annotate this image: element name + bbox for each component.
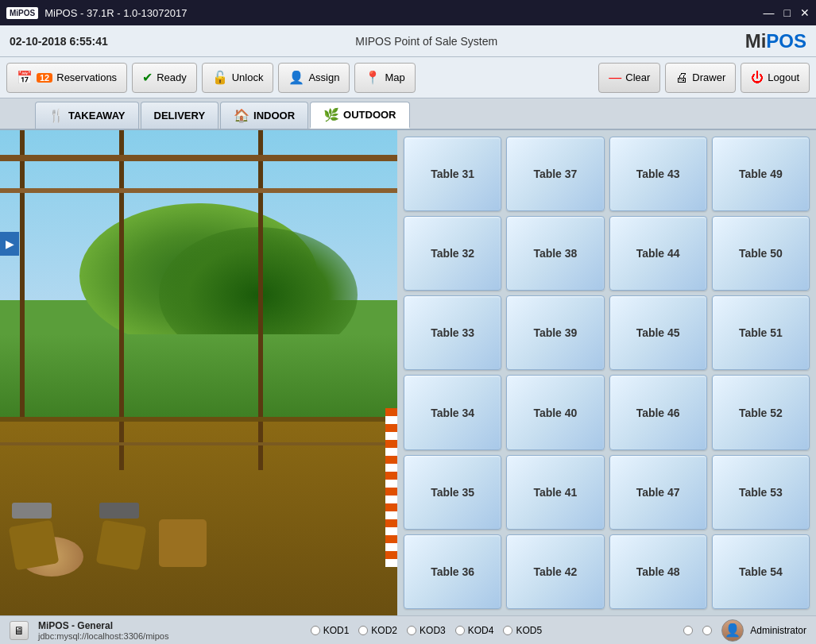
check-icon: ✔ bbox=[142, 70, 153, 85]
kod-radio-5[interactable] bbox=[503, 626, 512, 635]
ready-label: Ready bbox=[157, 71, 187, 83]
indoor-icon: 🏠 bbox=[234, 108, 249, 123]
table-button-53[interactable]: Table 48 bbox=[609, 534, 707, 609]
ready-button[interactable]: ✔ Ready bbox=[132, 63, 197, 93]
drawer-icon: 🖨 bbox=[675, 71, 688, 85]
kod-radio-4[interactable] bbox=[455, 626, 465, 635]
status-app-name: MiPOS - General bbox=[38, 620, 168, 631]
close-button[interactable]: ✕ bbox=[800, 7, 810, 18]
table-button-38[interactable]: Table 50 bbox=[712, 216, 810, 291]
table-button-51[interactable]: Table 36 bbox=[404, 534, 501, 609]
assign-label: Assign bbox=[308, 71, 339, 83]
unlock-button[interactable]: 🔓 Unlock bbox=[202, 63, 274, 93]
orange-stripe bbox=[385, 408, 397, 567]
user-section: 👤 Administrator bbox=[721, 619, 806, 642]
status-info: MiPOS - General jdbc:mysql://localhost:3… bbox=[38, 620, 168, 641]
clear-button[interactable]: — Clear bbox=[598, 63, 660, 93]
sidebar-toggle[interactable]: ▶ bbox=[0, 232, 19, 256]
kod-radio-2[interactable] bbox=[358, 626, 368, 635]
toolbar: 📅 12 Reservations ✔ Ready 🔓 Unlock 👤 Ass… bbox=[0, 57, 816, 98]
table-button-46[interactable]: Table 52 bbox=[712, 375, 810, 449]
user-name: Administrator bbox=[750, 625, 806, 636]
titlebar: MiPOS MiPOS - 37.1R - 1.0-13072017 — □ ✕ bbox=[0, 0, 816, 25]
system-title: MIPOS Point of Sale System bbox=[355, 35, 497, 48]
table-button-34[interactable]: Table 49 bbox=[712, 137, 810, 211]
tab-indoor[interactable]: 🏠 INDOOR bbox=[220, 102, 308, 129]
logout-icon: ⏻ bbox=[751, 71, 764, 85]
main-content: ▶ 🍴 TAKEAWAY DELIVERY 🏠 INDOOR 🌿 OUTDOOR bbox=[0, 98, 816, 615]
tab-takeaway-label: TAKEAWAY bbox=[68, 110, 126, 121]
table-button-31[interactable]: Table 31 bbox=[404, 137, 501, 211]
table-button-37[interactable]: Table 44 bbox=[609, 216, 707, 291]
maximize-button[interactable]: □ bbox=[784, 7, 791, 18]
table-button-43[interactable]: Table 34 bbox=[404, 375, 501, 449]
table-button-40[interactable]: Table 39 bbox=[506, 295, 604, 370]
table-button-39[interactable]: Table 33 bbox=[404, 295, 501, 370]
table-button-48[interactable]: Table 41 bbox=[506, 455, 604, 530]
table-button-47[interactable]: Table 35 bbox=[404, 455, 501, 530]
person-icon: 👤 bbox=[288, 70, 304, 85]
tables-grid: Table 31Table 37Table 43Table 49Table 32… bbox=[397, 130, 816, 615]
map-icon: 📍 bbox=[365, 70, 381, 85]
takeaway-icon: 🍴 bbox=[48, 108, 64, 123]
table-button-49[interactable]: Table 47 bbox=[609, 455, 707, 530]
table-button-32[interactable]: Table 37 bbox=[506, 137, 604, 211]
radio-empty-1[interactable] bbox=[683, 626, 693, 635]
status-app-icon: 🖥 bbox=[10, 621, 29, 640]
table-button-45[interactable]: Table 46 bbox=[609, 375, 707, 449]
reservations-button[interactable]: 📅 12 Reservations bbox=[6, 63, 127, 93]
status-connection: jdbc:mysql://localhost:3306/mipos bbox=[38, 631, 168, 641]
table-button-33[interactable]: Table 43 bbox=[609, 137, 707, 211]
tab-outdoor-label: OUTDOOR bbox=[343, 109, 396, 121]
kod-label-2: KOD2 bbox=[371, 625, 397, 636]
table-button-42[interactable]: Table 51 bbox=[712, 295, 810, 370]
kod-radio-1[interactable] bbox=[311, 626, 320, 635]
brand-suffix: POS bbox=[766, 30, 806, 52]
table-button-44[interactable]: Table 40 bbox=[506, 375, 604, 449]
kod-radio-3[interactable] bbox=[407, 626, 416, 635]
logout-label: Logout bbox=[768, 71, 799, 83]
kod-label-3: KOD3 bbox=[420, 625, 446, 636]
tab-delivery[interactable]: DELIVERY bbox=[141, 102, 219, 129]
calendar-icon: 📅 bbox=[17, 70, 33, 85]
lock-icon: 🔓 bbox=[212, 70, 228, 85]
logout-button[interactable]: ⏻ Logout bbox=[741, 63, 810, 93]
minimize-button[interactable]: — bbox=[764, 7, 775, 18]
datetime: 02-10-2018 6:55:41 bbox=[10, 35, 108, 48]
reservations-count-badge: 12 bbox=[37, 73, 52, 83]
radio-empty-2[interactable] bbox=[702, 626, 712, 635]
clear-label: Clear bbox=[625, 71, 650, 83]
app-logo: MiPOS bbox=[6, 7, 38, 19]
kod-item-3: KOD3 bbox=[407, 625, 446, 636]
outdoor-icon: 🌿 bbox=[323, 107, 339, 122]
table-button-36[interactable]: Table 38 bbox=[506, 216, 604, 291]
kod-item-1: KOD1 bbox=[311, 625, 350, 636]
clear-icon: — bbox=[609, 71, 621, 85]
header-bar: 02-10-2018 6:55:41 MIPOS Point of Sale S… bbox=[0, 25, 816, 57]
kod-item-5: KOD5 bbox=[503, 625, 542, 636]
table-button-41[interactable]: Table 45 bbox=[609, 295, 707, 370]
drawer-label: Drawer bbox=[692, 71, 725, 83]
table-button-52[interactable]: Table 42 bbox=[506, 534, 604, 609]
content-area: Table 31Table 37Table 43Table 49Table 32… bbox=[0, 130, 816, 615]
reservations-label: Reservations bbox=[56, 71, 117, 83]
map-label: Map bbox=[385, 71, 404, 83]
table-button-35[interactable]: Table 32 bbox=[404, 216, 501, 291]
user-avatar: 👤 bbox=[721, 619, 744, 642]
table-button-54[interactable]: Table 54 bbox=[712, 534, 810, 609]
assign-button[interactable]: 👤 Assign bbox=[278, 63, 350, 93]
map-button[interactable]: 📍 Map bbox=[354, 63, 415, 93]
title-text: MiPOS - 37.1R - 1.0-13072017 bbox=[44, 7, 187, 19]
drawer-button[interactable]: 🖨 Drawer bbox=[665, 63, 736, 93]
status-bar: 🖥 MiPOS - General jdbc:mysql://localhost… bbox=[0, 615, 816, 644]
kod-label-5: KOD5 bbox=[516, 625, 542, 636]
table-button-50[interactable]: Table 53 bbox=[712, 455, 810, 530]
tab-bar: 🍴 TAKEAWAY DELIVERY 🏠 INDOOR 🌿 OUTDOOR bbox=[0, 98, 816, 130]
outdoor-image bbox=[0, 130, 397, 615]
tab-takeaway[interactable]: 🍴 TAKEAWAY bbox=[35, 102, 139, 129]
kod-label-1: KOD1 bbox=[323, 625, 350, 636]
kod-item-4: KOD4 bbox=[455, 625, 494, 636]
kod-item-2: KOD2 bbox=[358, 625, 397, 636]
outdoor-scene-bg bbox=[0, 130, 397, 615]
tab-outdoor[interactable]: 🌿 OUTDOOR bbox=[310, 102, 409, 129]
